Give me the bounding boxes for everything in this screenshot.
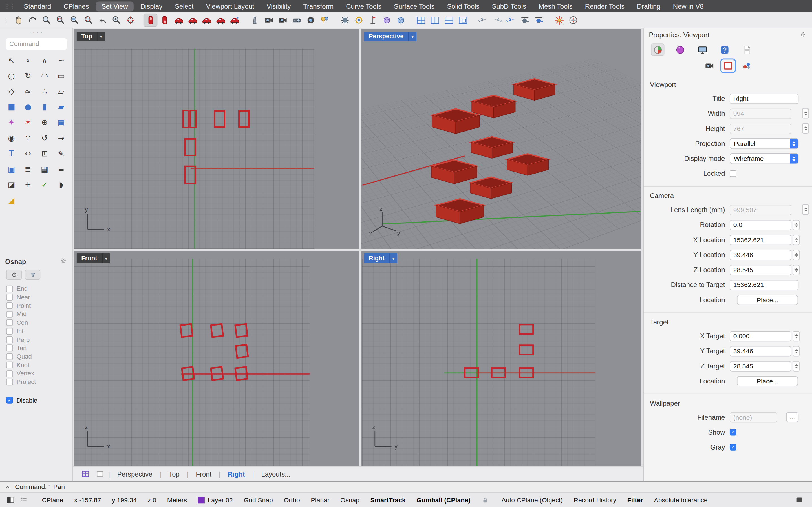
check-icon[interactable]: ✓ bbox=[38, 178, 52, 191]
scene-box[interactable] bbox=[210, 323, 224, 338]
perspective-boxes[interactable] bbox=[361, 29, 641, 249]
target-location-button[interactable]: Place... bbox=[737, 376, 798, 386]
tan-checkbox[interactable] bbox=[6, 345, 13, 351]
pan-icon[interactable] bbox=[11, 13, 26, 27]
zoom-window-icon[interactable] bbox=[53, 13, 67, 27]
layer-color-swatch[interactable] bbox=[198, 496, 205, 503]
gumball-icon[interactable]: + bbox=[21, 178, 35, 191]
status-record-history[interactable]: Record History bbox=[573, 496, 616, 504]
camera-lens-length-mm-input[interactable]: 999.507 bbox=[730, 205, 792, 215]
camera-z-location-stepper[interactable] bbox=[793, 265, 800, 275]
viewport-tab-right[interactable]: Right bbox=[220, 470, 252, 478]
airplane-gray-icon[interactable] bbox=[476, 13, 490, 27]
status-z-0[interactable]: z 0 bbox=[148, 496, 156, 504]
point-cloud-icon[interactable]: ∵ bbox=[21, 131, 35, 145]
text-icon[interactable]: T bbox=[4, 147, 18, 161]
rectangle-icon[interactable]: ▭ bbox=[54, 69, 68, 83]
zoom-selected-icon[interactable] bbox=[67, 13, 82, 27]
status-absolute-tolerance[interactable]: Absolute tolerance bbox=[654, 496, 707, 504]
wallpaper-filename-input[interactable]: (none) bbox=[730, 412, 777, 422]
airplane-blue-icon[interactable] bbox=[504, 13, 518, 27]
scene-box[interactable] bbox=[238, 110, 250, 128]
camera-x-location-input[interactable]: 15362.621 bbox=[730, 235, 792, 245]
osnap-option-cen[interactable]: Cen bbox=[0, 319, 72, 327]
target-z-target-input[interactable]: 28.545 bbox=[730, 361, 792, 371]
menubar-grip[interactable]: ⋮⋮ bbox=[4, 3, 15, 10]
explode-icon[interactable]: ✶ bbox=[21, 116, 35, 129]
viewport-front[interactable]: Front ▾ zx bbox=[74, 251, 359, 466]
blob-icon[interactable]: ◉ bbox=[4, 131, 18, 145]
end-checkbox[interactable] bbox=[6, 285, 13, 292]
gear-sphere-icon[interactable] bbox=[338, 13, 352, 27]
camera-y-location-input[interactable]: 39.446 bbox=[730, 249, 792, 260]
polyline-icon[interactable]: ∧ bbox=[38, 54, 52, 67]
turntable-icon[interactable] bbox=[317, 13, 332, 27]
helicopter-icon[interactable] bbox=[518, 13, 532, 27]
circle-icon[interactable]: ○ bbox=[4, 69, 18, 83]
menu-tab-standard[interactable]: Standard bbox=[18, 1, 57, 11]
viewport-title-front[interactable]: Front ▾ bbox=[77, 253, 110, 263]
props-tab-object-properties-icon[interactable] bbox=[651, 43, 665, 56]
menu-tab-display[interactable]: Display bbox=[135, 1, 168, 11]
status-y-199-34[interactable]: y 199.34 bbox=[112, 496, 137, 504]
panel-drag-dots[interactable]: ···· bbox=[0, 30, 72, 35]
set-view-top-icon[interactable] bbox=[144, 13, 158, 27]
airplane-dark-icon[interactable] bbox=[490, 13, 504, 27]
zoom-target-icon[interactable] bbox=[123, 13, 137, 27]
scene-box[interactable] bbox=[519, 324, 534, 335]
viewport-menu-arrow-icon[interactable]: ▾ bbox=[389, 253, 398, 263]
status-planar[interactable]: Planar bbox=[311, 496, 329, 504]
osnap-state-filter-icon[interactable] bbox=[6, 270, 22, 280]
target-y-target-input[interactable]: 39.446 bbox=[730, 346, 792, 356]
status-layer-02[interactable]: Layer 02 bbox=[198, 496, 233, 504]
point-checkbox[interactable] bbox=[6, 302, 13, 309]
viewport-locked-checkbox[interactable] bbox=[730, 170, 737, 177]
scene-box[interactable] bbox=[181, 366, 195, 381]
projector-icon[interactable] bbox=[290, 13, 304, 27]
set-view-perspective-icon[interactable] bbox=[227, 13, 241, 27]
perp-checkbox[interactable] bbox=[6, 336, 13, 343]
rotate-2d-icon[interactable]: ↻ bbox=[21, 69, 35, 83]
curve-icon[interactable]: ~ bbox=[54, 54, 68, 67]
osnap-option-end[interactable]: End bbox=[0, 284, 72, 293]
scene-box[interactable] bbox=[491, 367, 506, 378]
viewport-height-input[interactable]: 767 bbox=[730, 123, 792, 134]
status-x-157-87[interactable]: x -157.87 bbox=[74, 496, 101, 504]
cplane-target-icon[interactable] bbox=[352, 13, 366, 27]
near-checkbox[interactable] bbox=[6, 294, 13, 300]
blend-curve-icon[interactable]: → bbox=[54, 131, 68, 145]
wallpaper-show-checkbox[interactable]: ✓ bbox=[730, 429, 737, 436]
scene-box[interactable] bbox=[234, 366, 248, 381]
wallpaper-filename-browse-button[interactable]: ... bbox=[786, 412, 799, 422]
props-tab-display-icon[interactable] bbox=[696, 43, 709, 56]
camera-x-location-stepper[interactable] bbox=[793, 235, 800, 245]
command-history[interactable]: Command: '_Pan bbox=[0, 481, 812, 492]
solid-edit-icon[interactable]: ▣ bbox=[4, 163, 18, 176]
viewport-float-icon[interactable] bbox=[456, 13, 470, 27]
scene-box[interactable] bbox=[519, 344, 534, 355]
viewport-menu-arrow-icon[interactable]: ▾ bbox=[408, 32, 416, 41]
menu-tab-cplanes[interactable]: CPlanes bbox=[58, 1, 95, 11]
props-subtab-render-settings-icon[interactable] bbox=[741, 60, 753, 71]
viewport-menu-arrow-icon[interactable]: ▾ bbox=[97, 32, 105, 41]
osnap-option-vertex[interactable]: Vertex bbox=[0, 369, 72, 378]
lens-icon[interactable] bbox=[303, 13, 317, 27]
viewport-title-label[interactable]: Front bbox=[77, 253, 102, 263]
menu-tab-set-view[interactable]: Set View bbox=[96, 1, 134, 11]
camera-rotation-input[interactable]: 0.0 bbox=[730, 220, 792, 230]
trim-icon[interactable]: ◪ bbox=[4, 178, 18, 191]
osnap-option-int[interactable]: Int bbox=[0, 327, 72, 335]
status-smarttrack[interactable]: SmartTrack bbox=[370, 496, 406, 504]
status-ortho[interactable]: Ortho bbox=[284, 496, 300, 504]
scene-box[interactable] bbox=[190, 110, 197, 128]
scene-box[interactable] bbox=[464, 367, 479, 378]
scene-box[interactable] bbox=[185, 138, 196, 156]
viewport-title-label[interactable]: Right bbox=[364, 253, 389, 263]
knot-checkbox[interactable] bbox=[6, 362, 13, 369]
viewport-tab-top[interactable]: Top bbox=[161, 470, 187, 478]
camera-location-button[interactable]: Place... bbox=[737, 295, 798, 305]
scene-box[interactable] bbox=[179, 323, 193, 338]
helicopter-blue-icon[interactable] bbox=[532, 13, 546, 27]
osnap-option-near[interactable]: Near bbox=[0, 293, 72, 301]
control-points-icon[interactable]: ∴ bbox=[38, 85, 52, 98]
